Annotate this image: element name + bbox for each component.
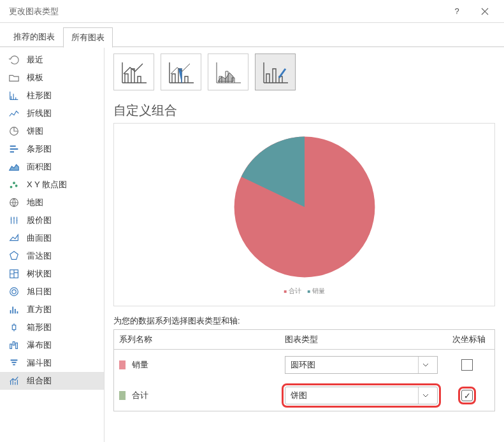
subtype-combo-2[interactable] [161, 53, 201, 90]
sidebar-item-scatter[interactable]: X Y 散点图 [0, 176, 104, 194]
chevron-down-icon [418, 357, 432, 373]
sidebar-item-label: 直方图 [27, 304, 52, 315]
series-row-sales: 销量 圆环图 [114, 350, 494, 380]
sidebar-item-funnel[interactable]: 漏斗图 [0, 354, 104, 372]
subtype-combo-custom[interactable] [255, 53, 296, 90]
subtype-row [113, 53, 495, 90]
secondary-axis-checkbox-total[interactable] [461, 390, 473, 401]
series-prompt: 为您的数据系列选择图表类型和轴: [113, 315, 495, 327]
sidebar-item-label: 箱形图 [27, 322, 52, 333]
waterfall-icon [8, 339, 20, 352]
svg-rect-9 [10, 344, 12, 348]
chart-type-select-sales[interactable]: 圆环图 [285, 356, 438, 374]
series-row-total: 合计 饼图 [114, 380, 494, 411]
legend-sales: 销量 [308, 287, 325, 296]
svg-point-6 [10, 288, 18, 296]
scatter-chart-icon [8, 178, 20, 191]
sidebar-item-label: 股价图 [27, 215, 52, 226]
area-chart-icon [8, 160, 20, 173]
sidebar-item-combo[interactable]: 组合图 [0, 372, 104, 390]
main-pane: 自定义组合 合计 销量 为您的数据系列选择图表类型和轴: 系列名称 图表类型 次… [104, 47, 504, 442]
tab-recommended[interactable]: 推荐的图表 [5, 27, 63, 47]
sidebar-item-label: X Y 散点图 [27, 179, 67, 190]
series-name: 合计 [119, 390, 285, 401]
chart-type-sidebar: 最近 模板 柱形图 折线图 饼图 条形图 面积图 X Y 散点图 地图 [0, 47, 104, 442]
sidebar-item-label: 饼图 [27, 125, 43, 137]
select-value: 圆环图 [291, 359, 315, 371]
chevron-down-icon [418, 387, 432, 404]
svg-rect-10 [13, 342, 15, 345]
sidebar-item-label: 模板 [27, 72, 43, 83]
sidebar-item-boxplot[interactable]: 箱形图 [0, 318, 104, 336]
header-secondary-axis: 次坐标轴 [445, 334, 489, 345]
sidebar-item-label: 地图 [27, 197, 43, 208]
svg-point-3 [15, 185, 17, 187]
sidebar-item-area[interactable]: 面积图 [0, 158, 104, 176]
content-area: 最近 模板 柱形图 折线图 饼图 条形图 面积图 X Y 散点图 地图 [0, 47, 504, 442]
help-button[interactable]: ? [443, 0, 471, 23]
series-table: 系列名称 图表类型 次坐标轴 销量 圆环图 [113, 329, 495, 411]
sidebar-item-label: 瀑布图 [27, 339, 52, 351]
sidebar-item-label: 条形图 [27, 143, 52, 155]
sidebar-item-stock[interactable]: 股价图 [0, 211, 104, 229]
histogram-icon [8, 303, 20, 316]
treemap-icon [8, 267, 20, 280]
map-icon [8, 196, 20, 209]
sidebar-item-waterfall[interactable]: 瀑布图 [0, 336, 104, 354]
pie-chart-icon [8, 125, 20, 138]
series-name-label: 合计 [132, 390, 148, 401]
sidebar-item-line[interactable]: 折线图 [0, 104, 104, 122]
sidebar-item-label: 曲面图 [27, 232, 52, 244]
boxplot-icon [8, 321, 20, 334]
series-header: 系列名称 图表类型 次坐标轴 [114, 330, 494, 350]
funnel-icon [8, 357, 20, 369]
sidebar-item-label: 树状图 [27, 268, 52, 280]
tab-all-charts[interactable]: 所有图表 [63, 27, 113, 48]
sidebar-item-sunburst[interactable]: 旭日图 [0, 283, 104, 301]
sidebar-item-treemap[interactable]: 树状图 [0, 265, 104, 283]
folder-icon [8, 71, 20, 84]
sidebar-item-bar[interactable]: 条形图 [0, 140, 104, 158]
tab-strip: 推荐的图表 所有图表 [0, 23, 504, 47]
svg-rect-8 [12, 325, 15, 329]
sidebar-item-template[interactable]: 模板 [0, 69, 104, 87]
sidebar-item-label: 漏斗图 [27, 357, 52, 369]
close-icon [481, 8, 489, 15]
sidebar-item-map[interactable]: 地图 [0, 194, 104, 211]
section-title: 自定义组合 [113, 102, 495, 119]
combo-chart-icon [8, 374, 20, 387]
radar-chart-icon [8, 250, 20, 262]
sidebar-item-histogram[interactable]: 直方图 [0, 301, 104, 318]
sidebar-item-pie[interactable]: 饼图 [0, 122, 104, 140]
legend-total: 合计 [284, 287, 301, 296]
chart-type-select-total[interactable]: 饼图 [285, 387, 438, 404]
close-button[interactable] [471, 0, 499, 23]
select-value: 饼图 [291, 390, 307, 401]
chart-preview: 合计 销量 [113, 123, 495, 306]
subtype-combo-1[interactable] [113, 53, 154, 90]
pie-chart-icon [231, 134, 378, 280]
recent-icon [8, 53, 20, 66]
sidebar-item-surface[interactable]: 曲面图 [0, 229, 104, 247]
sidebar-item-label: 最近 [27, 54, 43, 66]
svg-point-1 [10, 186, 12, 188]
window-title: 更改图表类型 [9, 6, 443, 17]
series-swatch-icon [119, 391, 126, 400]
titlebar: 更改图表类型 ? [0, 0, 504, 23]
surface-chart-icon [8, 232, 20, 245]
bar-chart-icon [8, 143, 20, 155]
secondary-axis-checkbox-sales[interactable] [461, 359, 473, 371]
chart-legend: 合计 销量 [284, 287, 324, 296]
svg-point-7 [12, 290, 16, 294]
sidebar-item-label: 面积图 [27, 161, 52, 173]
sidebar-item-recent[interactable]: 最近 [0, 51, 104, 69]
line-chart-icon [8, 107, 20, 120]
header-chart-type: 图表类型 [285, 334, 445, 345]
series-swatch-icon [119, 360, 126, 369]
subtype-combo-3[interactable] [208, 53, 248, 90]
header-series-name: 系列名称 [119, 334, 285, 345]
sidebar-item-column[interactable]: 柱形图 [0, 87, 104, 104]
svg-point-2 [13, 182, 15, 184]
sidebar-item-radar[interactable]: 雷达图 [0, 247, 104, 265]
stock-chart-icon [8, 214, 20, 227]
